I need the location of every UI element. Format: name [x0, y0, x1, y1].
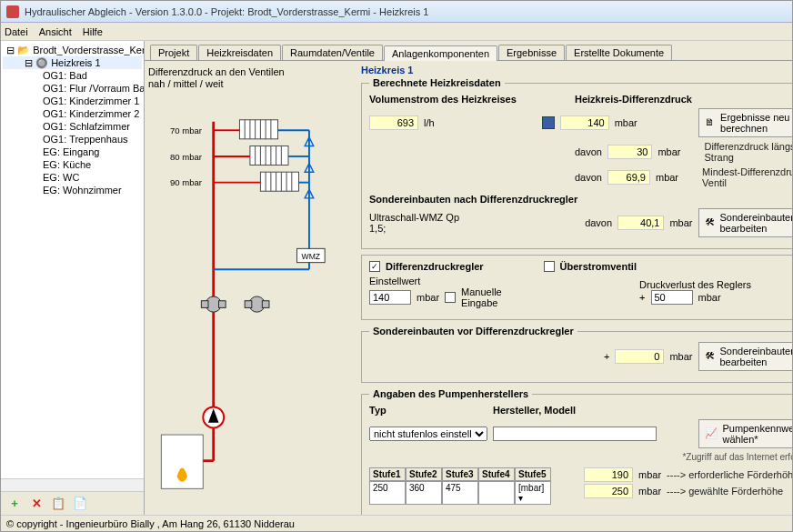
tab-anlagenkomponenten[interactable]: Anlagenkomponenten: [384, 45, 497, 61]
app-icon: [6, 5, 19, 18]
menubar: Datei Ansicht Hilfe: [1, 23, 792, 41]
svg-rect-25: [245, 301, 252, 308]
copyright: © copyright - Ingenieurbüro Bially , Am …: [6, 518, 295, 529]
dp-unit: mbar: [615, 117, 637, 128]
delete-button[interactable]: ✕: [28, 496, 45, 512]
calculated-data-group: Berechnete Heizkreisdaten Volumenstrom d…: [361, 77, 792, 249]
stufe2-input[interactable]: 360: [406, 481, 442, 505]
tree-room[interactable]: OG1: Schlafzimmer: [3, 120, 142, 133]
tree-room[interactable]: OG1: Bad: [3, 69, 142, 82]
sheet-icon: 🗎: [705, 116, 716, 129]
dp-label: Heizkreis-Differenzdruck: [575, 94, 711, 105]
tree-room[interactable]: EG: Eingang: [3, 146, 142, 158]
dp-strang-label: Differenzdruck längster Strang: [704, 141, 792, 163]
export-button[interactable]: 📄: [72, 496, 88, 512]
pressure-icon: [542, 116, 555, 129]
svg-rect-26: [262, 301, 269, 308]
erf-label: ----> erforderliche Förderhöhe: [667, 469, 792, 480]
wrench-icon: 🛠: [705, 350, 715, 363]
tree-room[interactable]: OG1: Kinderzimmer 1: [3, 95, 142, 107]
gew-label: ----> gewählte Förderhöhe: [667, 486, 783, 497]
calc-legend: Berechnete Heizkreisdaten: [369, 77, 505, 88]
tree-heizkreis[interactable]: ⊟ 🔘 Heizkreis 1: [3, 56, 142, 69]
stufe3-input[interactable]: 475: [442, 481, 478, 505]
sonder-nach-label: Sondereinbauten nach Differenzdruckregle…: [369, 194, 577, 205]
sonder-vor-group: Sondereinbauten vor Differenzdruckregler…: [361, 326, 792, 383]
tab-bar: Projekt Heizkreisdaten Raumdaten/Ventile…: [145, 41, 792, 61]
add-button[interactable]: +: [6, 496, 23, 512]
statusbar: © copyright - Ingenieurbüro Bially , Am …: [1, 515, 792, 531]
stufe1-input[interactable]: 250: [369, 481, 406, 505]
tab-raumdaten[interactable]: Raumdaten/Ventile: [282, 45, 383, 60]
stufe-header: Stufe1: [369, 467, 406, 481]
sonder-vor-value: 0: [615, 349, 664, 364]
diagram-caption-2: nah / mittel / weit: [148, 78, 224, 89]
einstellwert-input[interactable]: [369, 290, 411, 305]
ueberstrom-checkbox[interactable]: [544, 261, 555, 272]
tab-projekt[interactable]: Projekt: [150, 45, 197, 60]
sidebar-hscroll[interactable]: [1, 478, 144, 491]
tab-dokumente[interactable]: Erstellte Dokumente: [566, 45, 672, 60]
dp-strang-value: 30: [607, 145, 652, 159]
svg-text:WMZ: WMZ: [302, 252, 321, 261]
project-tree[interactable]: ⊟ 📂 Brodt_Vorderstrasse_Kermi ⊟ 🔘 Heizkr…: [1, 41, 144, 478]
diagram-caption-1: Differenzdruck an den Ventilen: [148, 66, 285, 77]
tab-heizkreisdaten[interactable]: Heizkreisdaten: [198, 45, 281, 60]
svg-rect-23: [218, 301, 226, 308]
vol-label: Volumenstrom des Heizkreises: [369, 94, 533, 105]
vol-unit: l/h: [424, 117, 435, 128]
recalc-button[interactable]: 🗎 Ergebnisse neu berechnen: [698, 108, 793, 137]
tree-root[interactable]: ⊟ 📂 Brodt_Vorderstrasse_Kermi: [3, 44, 142, 56]
pump-model-input[interactable]: [493, 427, 657, 441]
tree-room[interactable]: EG: WC: [3, 171, 142, 184]
stufe-header: Stufe4: [478, 467, 515, 481]
dp-value: 140: [560, 115, 609, 130]
vol-value: 693: [369, 115, 418, 130]
sonder-vor-button[interactable]: 🛠 Sondereinbauten bearbeiten: [698, 342, 793, 371]
tree-room[interactable]: EG: Küche: [3, 158, 142, 171]
svg-rect-1: [239, 120, 277, 139]
gew-value: 250: [584, 484, 633, 498]
dp-ventil-label: Mindest-Differenzdruck am Ventil: [702, 166, 792, 188]
druckverlust-input[interactable]: [651, 290, 693, 305]
pump-values-button[interactable]: 📈 Pumpenkennwerte wählen*: [698, 419, 793, 448]
window-title: Hydraulischer Abgleich - Version 1.3.0.0…: [25, 6, 428, 17]
stufe-header: Stufe5: [515, 467, 551, 481]
dp-ventil-value: 69,9: [607, 170, 650, 185]
svg-rect-22: [201, 301, 208, 308]
tree-room[interactable]: EG: Wohnzimmer: [3, 184, 142, 196]
stufe4-input[interactable]: [478, 481, 515, 505]
schematic-svg: WMZ: [148, 95, 348, 496]
tree-room[interactable]: OG1: Flur /Vorraum Ba: [3, 82, 142, 95]
stufe-header: Stufe3: [442, 467, 478, 481]
panel-title: Heizkreis 1: [361, 65, 792, 75]
stufe5-input[interactable]: [mbar] ▾: [515, 481, 551, 505]
stufe-header: Stufe2: [406, 467, 442, 481]
pump-group: Angaben des Pumpenherstellers Typ Herste…: [361, 388, 792, 515]
menu-ansicht[interactable]: Ansicht: [39, 26, 72, 37]
erf-value: 190: [584, 467, 633, 482]
wrench-icon: 🛠: [705, 216, 715, 229]
copy-button[interactable]: 📋: [50, 496, 66, 512]
sonder-nach-button[interactable]: 🛠 Sondereinbauten bearbeiten: [698, 208, 793, 237]
svg-text:80 mbar: 80 mbar: [170, 152, 203, 162]
pump-type-select[interactable]: nicht stufenlos einstellbar: [369, 427, 487, 441]
pump-note: *Zugriff auf das Internet erforderlich: [369, 452, 792, 462]
svg-text:90 mbar: 90 mbar: [170, 177, 203, 187]
pump-icon: 📈: [705, 427, 718, 440]
hydraulic-diagram: Differenzdruck an den Ventilen nah / mit…: [145, 61, 357, 515]
tab-ergebnisse[interactable]: Ergebnisse: [498, 45, 565, 60]
manuell-checkbox[interactable]: [445, 292, 456, 303]
ultraschall-text: Ultraschall-WMZ Qp 1,5;: [369, 212, 472, 234]
sonder-nach-value: 40,1: [617, 216, 664, 230]
dp-regler-checkbox[interactable]: ✓: [369, 261, 380, 272]
dp-regulator-group: ✓ Differenzdruckregler Überstromventil E…: [361, 255, 792, 320]
tree-room[interactable]: OG1: Kinderzimmer 2: [3, 107, 142, 120]
tree-room[interactable]: OG1: Treppenhaus: [3, 133, 142, 146]
menu-datei[interactable]: Datei: [5, 26, 28, 37]
svg-text:70 mbar: 70 mbar: [170, 125, 203, 136]
menu-hilfe[interactable]: Hilfe: [83, 26, 103, 37]
